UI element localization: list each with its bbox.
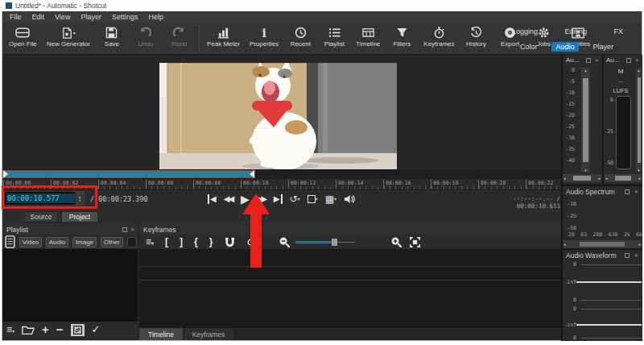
add-icon[interactable]: +: [42, 325, 49, 335]
close-panel-icon[interactable]: ×: [595, 58, 599, 63]
layout-logging-button[interactable]: Logging: [508, 27, 542, 36]
layout-color-button[interactable]: Color: [516, 42, 542, 52]
open-icon[interactable]: [22, 325, 35, 335]
scroll-left-icon[interactable]: ◂: [605, 176, 609, 181]
scroll-left-icon[interactable]: ◂: [563, 176, 567, 181]
undo-label: Undo: [138, 40, 153, 48]
meter-scale-label: -15: [564, 101, 575, 107]
peak-meter-button[interactable]: Peak Meter: [202, 23, 245, 48]
scroll-down-icon[interactable]: ▾: [584, 168, 588, 172]
menu-help[interactable]: Help: [148, 13, 163, 21]
spectrum-horizontal-scrollbar[interactable]: ◂ ▸: [563, 240, 642, 248]
layout-audio-button[interactable]: Audio: [551, 42, 578, 52]
playlist-button[interactable]: Playlist: [317, 23, 351, 48]
meter-vertical-scrollbar[interactable]: ▴ ▾: [581, 68, 590, 172]
trim-in-handle[interactable]: [3, 170, 8, 178]
zoom-out-icon[interactable]: [279, 236, 291, 248]
selected-region-bar[interactable]: [3, 171, 254, 177]
timeline-button[interactable]: Timeline: [351, 23, 385, 48]
zoom-fit-button[interactable]: ▾: [308, 195, 318, 203]
set-last-keyframe-icon[interactable]: }: [209, 236, 213, 247]
update-button[interactable]: [71, 324, 85, 336]
scrollbar-thumb[interactable]: [573, 176, 591, 181]
layout-editing-button[interactable]: Editing: [561, 27, 592, 36]
float-panel-icon[interactable]: [625, 189, 630, 194]
playlist-detail-view-icon[interactable]: [5, 235, 15, 248]
scroll-right-icon[interactable]: ▸: [597, 176, 601, 181]
menu-player[interactable]: Player: [80, 13, 101, 21]
trim-out-handle[interactable]: [250, 170, 254, 178]
scroll-right-icon[interactable]: ▸: [638, 242, 642, 247]
loudness-horizontal-scrollbar[interactable]: ◂ ▸: [605, 174, 642, 182]
set-filter-end-icon[interactable]: ]: [180, 236, 183, 247]
meter-horizontal-scrollbar[interactable]: ◂ ▸: [563, 174, 601, 182]
float-panel-icon[interactable]: [625, 253, 630, 258]
slider-handle[interactable]: [332, 239, 337, 246]
scroll-up-icon[interactable]: ▴: [637, 68, 641, 73]
tab-source[interactable]: Source: [24, 211, 58, 222]
rewind-button[interactable]: ◀◀: [224, 194, 233, 204]
keyframes-content[interactable]: [139, 249, 561, 328]
filter-audio-button[interactable]: Audio: [46, 237, 68, 247]
close-panel-icon[interactable]: ×: [130, 227, 134, 232]
scrollbar-thumb[interactable]: [580, 242, 625, 247]
menu-file[interactable]: File: [10, 13, 22, 21]
remove-icon[interactable]: −: [56, 325, 64, 335]
playlist-search-input[interactable]: [127, 237, 137, 247]
keyframes-zoom-slider[interactable]: [295, 239, 355, 246]
zoom-in-icon[interactable]: [390, 236, 402, 248]
scroll-up-icon[interactable]: ▴: [584, 68, 588, 73]
recent-button[interactable]: Recent: [283, 23, 317, 48]
menu-view[interactable]: View: [55, 13, 70, 21]
dock-tab-keyframes[interactable]: Keyframes: [184, 328, 233, 340]
close-panel-icon[interactable]: ×: [634, 253, 638, 258]
filter-other-button[interactable]: Other: [101, 237, 123, 247]
close-panel-icon[interactable]: ×: [635, 58, 639, 63]
scroll-left-icon[interactable]: ◂: [563, 242, 567, 247]
skip-to-end-button[interactable]: ▶: [274, 194, 283, 204]
set-filter-start-icon[interactable]: [: [165, 236, 168, 247]
open-file-button[interactable]: Open File: [4, 23, 42, 48]
recent-icon: [295, 26, 307, 39]
dock-tab-timeline[interactable]: Timeline: [139, 328, 183, 340]
layout-player-button[interactable]: Player: [588, 42, 617, 52]
volume-button[interactable]: [344, 194, 355, 204]
filter-image-button[interactable]: Image: [72, 237, 97, 247]
apply-check-icon[interactable]: ✓: [92, 325, 101, 335]
filter-video-button[interactable]: Video: [19, 237, 42, 247]
tab-project[interactable]: Project: [61, 211, 98, 222]
scrollbar-thumb[interactable]: [615, 176, 631, 181]
menu-settings[interactable]: Settings: [112, 13, 138, 21]
snap-magnet-icon[interactable]: [224, 236, 236, 248]
playlist-menu-icon[interactable]: ≡▾: [6, 325, 14, 335]
scrollbar-thumb[interactable]: [638, 77, 641, 163]
history-button[interactable]: History: [460, 23, 493, 48]
scroll-down-icon[interactable]: ▾: [637, 168, 641, 172]
filters-button[interactable]: Filters: [385, 23, 419, 48]
panel-gap: [563, 185, 642, 186]
close-panel-icon[interactable]: ×: [634, 189, 638, 194]
grid-button[interactable]: ▦▾: [325, 194, 336, 204]
redo-button[interactable]: Redo: [163, 23, 196, 48]
properties-button[interactable]: i Properties: [245, 23, 283, 48]
loop-button[interactable]: ↺▾: [290, 194, 300, 204]
zoom-fit-keyframes-icon[interactable]: [409, 236, 421, 248]
float-panel-icon[interactable]: [626, 58, 631, 63]
new-generator-button[interactable]: ▾ New Generator: [42, 23, 95, 48]
save-button[interactable]: Save: [95, 23, 129, 48]
keyframes-menu-icon[interactable]: ≡▾: [146, 236, 154, 247]
set-first-keyframe-icon[interactable]: {: [194, 236, 198, 247]
playlist-content[interactable]: [2, 249, 138, 322]
float-panel-icon[interactable]: [122, 227, 127, 232]
keyframes-icon: [433, 26, 445, 39]
scroll-right-icon[interactable]: ▸: [638, 176, 642, 181]
undo-button[interactable]: Undo: [129, 23, 163, 48]
loudness-vertical-scrollbar[interactable]: ▴ ▾: [636, 68, 642, 172]
scrollbar-thumb[interactable]: [583, 78, 588, 162]
keyframes-button[interactable]: Keyframes: [419, 23, 459, 48]
menu-edit[interactable]: Edit: [32, 13, 45, 21]
layout-fx-button[interactable]: FX: [609, 27, 627, 36]
float-panel-icon[interactable]: [586, 58, 591, 63]
keyframes-toolbar: ≡▾ [ ] { }: [139, 235, 561, 249]
skip-to-start-button[interactable]: ◀: [208, 194, 217, 204]
